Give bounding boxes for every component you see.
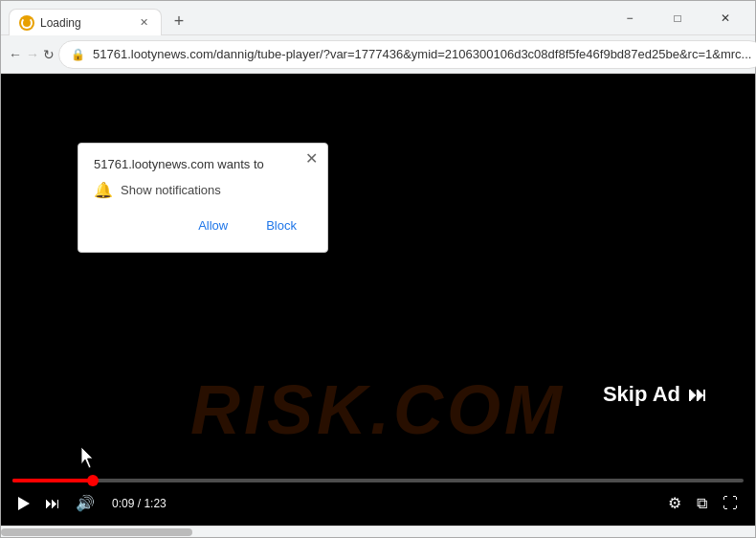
skip-ad-label: Skip Ad <box>603 382 680 407</box>
video-controls: ⏭ 🔊 0:09 / 1:23 ⚙ ⧉ ⛶ <box>1 471 755 526</box>
forward-button[interactable]: → <box>26 39 39 70</box>
maximize-button[interactable]: □ <box>656 1 700 35</box>
volume-button[interactable]: 🔊 <box>70 490 100 516</box>
time-display: 0:09 / 1:23 <box>112 497 167 510</box>
window-controls: − □ ✕ <box>608 1 747 35</box>
popup-title: 51761.lootynews.com wants to <box>94 157 312 171</box>
refresh-button[interactable]: ↻ <box>43 39 55 70</box>
next-icon: ⏭ <box>45 495 60 512</box>
watermark-text: risk.com <box>190 370 566 449</box>
progress-dot <box>87 475 99 486</box>
next-button[interactable]: ⏭ <box>39 491 66 516</box>
time-current: 0:09 <box>112 497 134 510</box>
mouse-cursor <box>81 447 99 472</box>
bell-icon: 🔔 <box>94 181 113 199</box>
popup-description: Show notifications <box>121 183 221 197</box>
fullscreen-button[interactable]: ⛶ <box>717 491 744 516</box>
close-button[interactable]: ✕ <box>703 1 747 35</box>
scrollbar-thumb[interactable] <box>1 528 192 536</box>
title-bar: Loading ✕ + − □ ✕ <box>1 1 755 35</box>
progress-bar-fill <box>12 479 93 482</box>
popup-content-row: 🔔 Show notifications <box>94 181 312 199</box>
tab-title: Loading <box>40 16 130 30</box>
miniplayer-icon: ⧉ <box>697 495 707 512</box>
miniplayer-button[interactable]: ⧉ <box>691 491 713 516</box>
tab-close-button[interactable]: ✕ <box>136 15 151 31</box>
minimize-button[interactable]: − <box>608 1 652 35</box>
settings-icon: ⚙ <box>668 494 681 512</box>
notification-popup: ✕ 51761.lootynews.com wants to 🔔 Show no… <box>78 143 328 253</box>
controls-row: ⏭ 🔊 0:09 / 1:23 ⚙ ⧉ ⛶ <box>12 490 744 516</box>
lock-icon: 🔒 <box>71 48 85 61</box>
skip-ad-button[interactable]: Skip Ad ⏭ <box>584 370 726 418</box>
time-total: 1:23 <box>144 497 166 510</box>
content-area: risk.com Skip Ad ⏭ ⏭ <box>1 74 755 526</box>
address-bar[interactable]: 🔒 51761.lootynews.com/dannig/tube-player… <box>58 40 756 69</box>
time-separator: / <box>134 497 144 510</box>
tab-strip: Loading ✕ + <box>9 1 600 34</box>
play-icon <box>18 497 30 510</box>
tab-favicon-loading <box>19 15 34 31</box>
play-button[interactable] <box>12 493 35 514</box>
active-tab[interactable]: Loading ✕ <box>9 9 162 35</box>
back-button[interactable]: ← <box>9 39 22 70</box>
new-tab-button[interactable]: + <box>166 8 192 34</box>
fullscreen-icon: ⛶ <box>723 495 738 512</box>
popup-actions: Allow Block <box>94 213 312 238</box>
url-text: 51761.lootynews.com/dannig/tube-player/?… <box>93 47 751 61</box>
navigation-bar: ← → ↻ 🔒 51761.lootynews.com/dannig/tube-… <box>1 35 755 74</box>
progress-bar[interactable] <box>12 479 744 482</box>
skip-ad-icon: ⏭ <box>688 384 707 406</box>
browser-window: Loading ✕ + − □ ✕ ← → ↻ 🔒 51761.lootynew… <box>0 0 756 538</box>
popup-close-button[interactable]: ✕ <box>305 151 318 167</box>
volume-icon: 🔊 <box>76 494 95 512</box>
scrollbar-area <box>1 526 755 537</box>
allow-button[interactable]: Allow <box>183 213 243 238</box>
settings-button[interactable]: ⚙ <box>662 490 687 516</box>
block-button[interactable]: Block <box>251 213 312 238</box>
controls-right: ⚙ ⧉ ⛶ <box>662 490 744 516</box>
